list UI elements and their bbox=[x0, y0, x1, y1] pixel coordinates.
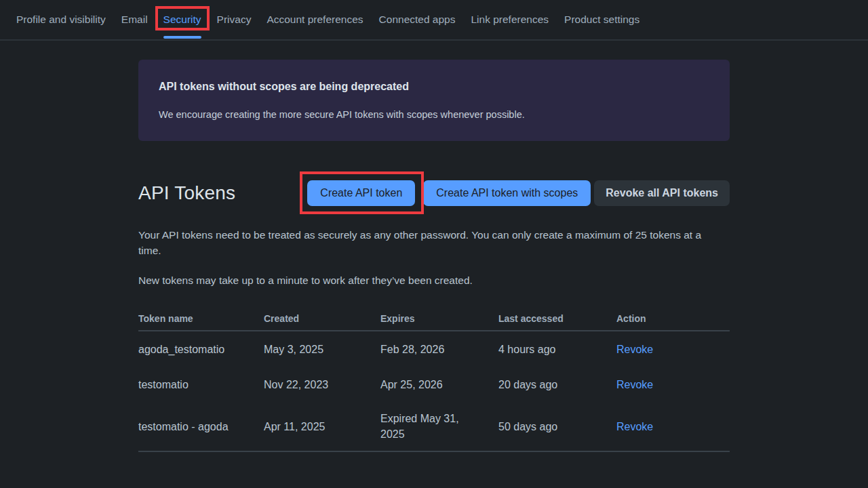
deprecation-banner: API tokens without scopes are being depr… bbox=[138, 60, 730, 141]
token-action-buttons: Create API token Create API token with s… bbox=[307, 180, 730, 206]
tab-profile-and-visibility[interactable]: Profile and visibility bbox=[16, 0, 106, 39]
table-row: testomatio - agoda Apr 11, 2025 Expired … bbox=[138, 402, 730, 451]
table-row: testomatio Nov 22, 2023 Apr 25, 2026 20 … bbox=[138, 367, 730, 402]
tab-label: Account preferences bbox=[267, 14, 363, 26]
tab-label: Email bbox=[121, 14, 148, 26]
expires-cell: Feb 28, 2026 bbox=[380, 342, 498, 357]
table-header-row: Token name Created Expires Last accessed… bbox=[138, 313, 730, 331]
revoke-all-api-tokens-button[interactable]: Revoke all API tokens bbox=[594, 180, 730, 206]
last-accessed-cell: 20 days ago bbox=[498, 377, 616, 392]
tab-label: Privacy bbox=[217, 14, 252, 26]
revoke-link[interactable]: Revoke bbox=[616, 344, 653, 355]
tab-label: Security bbox=[163, 14, 201, 26]
column-header-expires: Expires bbox=[380, 313, 498, 330]
column-header-action: Action bbox=[616, 313, 730, 330]
tokens-security-description: Your API tokens need to be treated as se… bbox=[138, 227, 722, 258]
token-name-cell: testomatio - agoda bbox=[138, 419, 264, 434]
banner-title: API tokens without scopes are being depr… bbox=[159, 81, 709, 93]
create-api-token-button[interactable]: Create API token bbox=[307, 180, 415, 206]
tab-email[interactable]: Email bbox=[121, 0, 148, 39]
revoke-link[interactable]: Revoke bbox=[616, 421, 653, 432]
token-name-cell: agoda_testomatio bbox=[138, 342, 264, 357]
last-accessed-cell: 4 hours ago bbox=[498, 342, 616, 357]
created-cell: Apr 11, 2025 bbox=[264, 419, 380, 434]
tab-security[interactable]: Security bbox=[163, 0, 201, 39]
api-tokens-table: Token name Created Expires Last accessed… bbox=[138, 313, 730, 452]
banner-body: We encourage creating the more secure AP… bbox=[159, 109, 709, 120]
tab-product-settings[interactable]: Product settings bbox=[564, 0, 639, 39]
create-api-token-with-scopes-button[interactable]: Create API token with scopes bbox=[423, 180, 591, 206]
security-settings-content: API tokens without scopes are being depr… bbox=[138, 60, 730, 452]
revoke-link[interactable]: Revoke bbox=[616, 379, 653, 390]
table-row: agoda_testomatio May 3, 2025 Feb 28, 202… bbox=[138, 331, 730, 367]
token-name-cell: testomatio bbox=[138, 377, 264, 392]
created-cell: Nov 22, 2023 bbox=[264, 377, 380, 392]
tab-label: Product settings bbox=[564, 14, 639, 26]
column-header-last-accessed: Last accessed bbox=[498, 313, 616, 330]
created-cell: May 3, 2025 bbox=[264, 342, 380, 357]
active-tab-indicator bbox=[163, 36, 201, 39]
table-body: agoda_testomatio May 3, 2025 Feb 28, 202… bbox=[138, 331, 730, 452]
tab-account-preferences[interactable]: Account preferences bbox=[267, 0, 363, 39]
tab-label: Link preferences bbox=[471, 14, 549, 26]
settings-tab-bar: Profile and visibility Email Security Pr… bbox=[0, 0, 868, 41]
column-header-created: Created bbox=[264, 313, 380, 330]
page-title: API Tokens bbox=[138, 182, 235, 204]
tokens-delay-description: New tokens may take up to a minute to wo… bbox=[138, 272, 722, 288]
tab-label: Connected apps bbox=[379, 14, 456, 26]
expires-cell: Expired May 31, 2025 bbox=[380, 411, 498, 442]
tab-privacy[interactable]: Privacy bbox=[217, 0, 252, 39]
last-accessed-cell: 50 days ago bbox=[498, 419, 616, 434]
expires-cell: Apr 25, 2026 bbox=[380, 377, 498, 392]
tab-connected-apps[interactable]: Connected apps bbox=[379, 0, 456, 39]
tab-label: Profile and visibility bbox=[16, 14, 106, 26]
tab-link-preferences[interactable]: Link preferences bbox=[471, 0, 549, 39]
api-tokens-header-row: API Tokens Create API token Create API t… bbox=[138, 180, 730, 206]
column-header-token-name: Token name bbox=[138, 313, 264, 330]
